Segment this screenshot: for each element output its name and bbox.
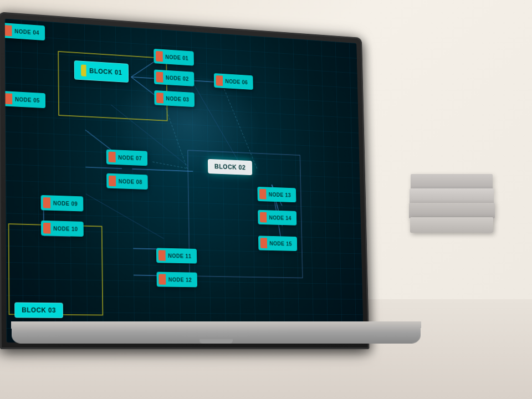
node-07: NODE 07 [106,150,148,166]
diagram-connections [5,19,364,343]
svg-line-5 [131,77,157,97]
svg-line-22 [152,162,188,168]
svg-line-7 [132,169,193,171]
book-2 [409,203,495,218]
book-3 [410,188,494,204]
laptop-screen: NODE 04 NODE 05 BLOCK 01 NODE 01 [0,12,369,349]
svg-line-4 [131,77,157,79]
node-09: NODE 09 [41,195,84,212]
node-05: NODE 05 [5,91,45,108]
screen-content: NODE 04 NODE 05 BLOCK 01 NODE 01 [5,19,364,343]
node-01: NODE 01 [154,49,194,66]
scene: NODE 04 NODE 05 BLOCK 01 NODE 01 [0,0,532,399]
laptop-screen-inner: NODE 04 NODE 05 BLOCK 01 NODE 01 [5,19,364,343]
node-14: NODE 14 [258,210,296,226]
block-01: BLOCK 01 [74,60,129,83]
svg-line-13 [133,248,158,249]
node-03: NODE 03 [154,90,195,107]
node-04: NODE 04 [5,23,45,40]
svg-line-20 [192,80,243,168]
books-stack [410,111,499,233]
node-02: NODE 02 [154,69,195,86]
book-4 [411,174,493,190]
node-13: NODE 13 [257,187,296,202]
svg-line-19 [86,194,164,239]
svg-line-21 [162,97,188,171]
laptop-keyboard [11,321,421,344]
svg-line-6 [192,80,217,82]
svg-line-9 [85,167,122,169]
node-11: NODE 11 [156,248,197,263]
block-02: BLOCK 02 [208,159,252,175]
node-12: NODE 12 [156,272,197,287]
svg-line-14 [134,275,159,276]
node-08: NODE 08 [106,173,148,190]
svg-rect-1 [9,224,103,315]
node-10: NODE 10 [41,221,84,237]
block-03: BLOCK 03 [14,303,63,318]
node-06: NODE 06 [214,73,253,90]
node-15: NODE 15 [258,236,297,251]
book-1 [410,217,493,233]
svg-line-3 [131,59,156,79]
svg-line-23 [221,83,257,169]
